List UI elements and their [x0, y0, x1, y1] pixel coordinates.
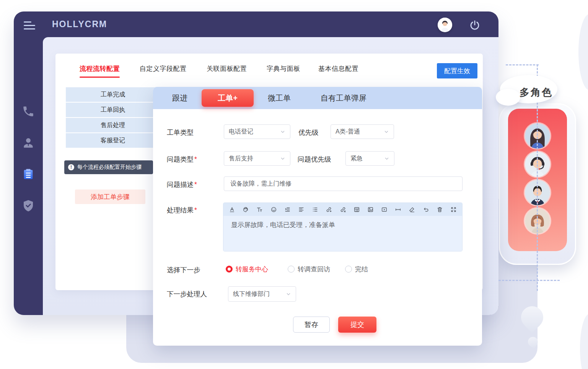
emoji-icon[interactable]	[270, 206, 277, 213]
dashed-line	[506, 64, 539, 65]
step-item[interactable]: 售后处理	[66, 118, 160, 132]
font-size-icon[interactable]	[256, 206, 263, 213]
image-icon[interactable]	[367, 206, 374, 213]
cloud-decoration	[496, 89, 520, 106]
sidebar-tasks-icon[interactable]	[22, 168, 35, 181]
list-icon[interactable]	[312, 206, 318, 213]
power-icon[interactable]	[469, 20, 480, 31]
tab-dict-panel[interactable]: 字典与面板	[267, 64, 300, 73]
modal-tabbar: 跟进 工单+ 微工单 自有工单弹屏	[153, 87, 482, 109]
trash-icon[interactable]	[437, 206, 443, 213]
step-item[interactable]: 客服登记	[66, 133, 160, 148]
chevron-down-icon	[384, 156, 389, 161]
radio-selected-icon	[226, 266, 233, 273]
next-handler-select[interactable]: 线下维修部门	[228, 286, 296, 302]
result-label: 处理结果*	[167, 206, 197, 215]
result-editor[interactable]: 显示屏故障，电话已受理，准备派单	[223, 202, 463, 251]
link-add-icon[interactable]	[326, 206, 332, 213]
tab-basic-info[interactable]: 基本信息配置	[318, 64, 358, 73]
user-avatar[interactable]	[438, 18, 452, 32]
sidebar-contacts-icon[interactable]	[22, 136, 35, 149]
table-icon[interactable]	[353, 206, 360, 213]
ticket-type-label: 工单类型	[167, 128, 194, 137]
ticket-type-select[interactable]: 电话登记	[224, 124, 290, 139]
step-list: 工单完成 工单回执 售后处理 客服登记	[66, 87, 160, 149]
next-handler-label: 下一步处理人	[167, 289, 207, 299]
exclamation-icon: !	[68, 164, 74, 170]
issue-desc-input[interactable]	[224, 176, 463, 191]
step-item[interactable]: 工单完成	[66, 87, 160, 102]
fullscreen-icon[interactable]	[450, 206, 457, 213]
notice-tooltip: ! 每个流程必须配置开始步骤	[64, 160, 153, 174]
next-step-options: 转服务中心 转调查回访 完结	[153, 262, 482, 276]
issue-desc-label: 问题描述*	[167, 180, 197, 189]
link-remove-icon[interactable]	[340, 206, 346, 213]
multi-role-label: 多角色	[520, 86, 553, 99]
radio-finish[interactable]: 完结	[345, 262, 368, 276]
result-editor-text[interactable]: 显示屏故障，电话已受理，准备派单	[223, 216, 462, 251]
side-rail	[14, 37, 43, 315]
radio-to-survey[interactable]: 转调查回访	[288, 262, 330, 276]
tab-ticket-plus[interactable]: 工单+	[202, 89, 254, 107]
tab-linked-panel[interactable]: 关联面板配置	[207, 64, 247, 73]
chevron-down-icon	[286, 291, 291, 297]
chevron-down-icon	[384, 129, 389, 134]
step-item[interactable]: 工单回执	[66, 103, 160, 117]
eraser-icon[interactable]	[409, 206, 415, 213]
tab-follow-up[interactable]: 跟进	[172, 87, 187, 109]
editor-toolbar	[223, 203, 462, 216]
submit-button[interactable]: 提交	[338, 317, 376, 333]
screenshot-canvas: 多角色 HOLLYCRM 流程流转配置 自定义字段配置 关联面板配置 字典与面板…	[0, 0, 588, 369]
save-draft-button[interactable]: 暂存	[293, 317, 330, 333]
align-left-icon[interactable]	[298, 206, 305, 213]
menu-icon[interactable]	[24, 21, 36, 32]
radio-to-service-center[interactable]: 转服务中心	[226, 262, 268, 276]
add-step-button[interactable]: 添加工单步骤	[75, 189, 145, 204]
sidebar-phone-icon[interactable]	[22, 105, 35, 118]
radio-unselected-icon	[288, 266, 295, 273]
indent-icon[interactable]	[284, 206, 291, 213]
edge-decoration	[578, 14, 588, 90]
ticket-modal: 跟进 工单+ 微工单 自有工单弹屏 工单类型 电话登记 优先级 A类-普通 问题…	[153, 87, 482, 346]
priority-select[interactable]: A类-普通	[331, 124, 394, 139]
tab-custom-fields[interactable]: 自定义字段配置	[140, 64, 187, 73]
divider-icon[interactable]	[395, 206, 401, 213]
chevron-down-icon	[280, 156, 285, 161]
issue-priority-select[interactable]: 紧急	[345, 151, 394, 166]
edge-decoration	[580, 314, 588, 369]
sidebar-security-icon[interactable]	[22, 199, 35, 212]
apply-config-button[interactable]: 配置生效	[437, 63, 477, 78]
video-icon[interactable]	[381, 206, 388, 213]
radio-unselected-icon	[345, 266, 352, 273]
priority-label: 优先级	[298, 128, 319, 137]
issue-type-label: 问题类型*	[167, 155, 197, 164]
undo-icon[interactable]	[423, 206, 429, 213]
palette-icon[interactable]	[243, 206, 249, 213]
issue-priority-label: 问题优先级	[298, 155, 331, 164]
brand-logo: HOLLYCRM	[52, 19, 107, 29]
chevron-down-icon	[280, 129, 285, 134]
dashed-line	[498, 280, 560, 281]
tab-own-popup[interactable]: 自有工单弹屏	[321, 87, 366, 109]
issue-type-select[interactable]: 售后支持	[224, 151, 290, 166]
tab-micro-ticket[interactable]: 微工单	[268, 87, 291, 109]
notice-text: 每个流程必须配置开始步骤	[77, 164, 142, 171]
text-underline-icon[interactable]	[229, 206, 235, 213]
tab-flow-config[interactable]: 流程流转配置	[80, 64, 120, 73]
